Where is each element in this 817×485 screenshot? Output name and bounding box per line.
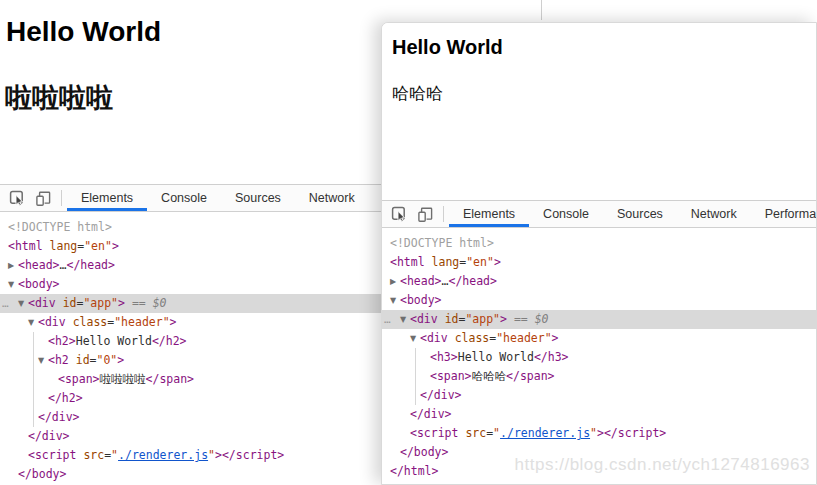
tree-row[interactable]: <script src="./renderer.js"></script> xyxy=(382,424,816,443)
tab-console[interactable]: Console xyxy=(147,185,221,211)
code-token: "header" xyxy=(496,331,551,345)
tab-sources[interactable]: Sources xyxy=(221,185,295,211)
code-token: <html xyxy=(390,255,425,269)
tree-row[interactable]: …▼<div id="app"> == $0 xyxy=(0,294,381,313)
tab-elements[interactable]: Elements xyxy=(67,185,147,211)
tab-network[interactable]: Network xyxy=(295,185,369,211)
expand-arrow-down-icon[interactable]: ▼ xyxy=(410,329,420,348)
code-token: </head> xyxy=(66,258,114,272)
code-token: </h2> xyxy=(48,391,83,405)
code-token: " xyxy=(590,426,597,440)
code-token: </div> xyxy=(410,407,452,421)
tree-row[interactable]: <span>哈哈哈</span> xyxy=(382,367,816,386)
expand-arrow-down-icon[interactable]: ▼ xyxy=(18,294,28,313)
tree-row[interactable]: <script src="./renderer.js"></script> xyxy=(0,446,381,465)
code-token: "app" xyxy=(83,296,118,310)
tree-row[interactable]: <html lang="en"> xyxy=(382,253,816,272)
code-token: "app" xyxy=(465,312,500,326)
inspect-element-button[interactable] xyxy=(4,185,30,211)
left-devtools-tabs: ElementsConsoleSourcesNetwork xyxy=(67,185,369,211)
tree-row[interactable]: ▼<h2 id="0"> xyxy=(0,351,381,370)
code-token: "header" xyxy=(114,315,169,329)
tab-console[interactable]: Console xyxy=(529,201,603,227)
right-devtools-panel: ElementsConsoleSourcesNetworkPerformance… xyxy=(382,200,816,484)
tree-row[interactable]: </div> xyxy=(0,427,381,446)
resource-link[interactable]: ./renderer.js xyxy=(500,426,590,440)
code-token: <div xyxy=(410,312,438,326)
tree-row[interactable]: ▼<div class="header"> xyxy=(0,313,381,332)
tree-row[interactable]: <html lang="en"> xyxy=(0,237,381,256)
code-token: lang xyxy=(425,255,460,269)
right-browser-window: Hello World 哈哈哈 ElementsCons xyxy=(381,22,817,485)
code-token: "en" xyxy=(84,239,112,253)
code-token: <div xyxy=(420,331,448,345)
overflow-ellipsis: … xyxy=(384,310,390,329)
code-token: " xyxy=(208,448,215,462)
tree-row[interactable]: <!DOCTYPE html> xyxy=(0,218,381,237)
inspect-icon xyxy=(9,190,26,207)
indent-guide-line xyxy=(415,348,416,405)
code-token: = xyxy=(90,353,97,367)
tree-row[interactable]: ▶<head>…</head> xyxy=(382,272,816,291)
code-token: "0" xyxy=(97,353,118,367)
code-token: == $0 xyxy=(507,312,549,326)
code-token: id xyxy=(438,312,459,326)
tab-elements[interactable]: Elements xyxy=(449,201,529,227)
expand-arrow-down-icon[interactable]: ▼ xyxy=(390,291,400,310)
code-token: <body> xyxy=(18,277,60,291)
expand-arrow-down-icon[interactable]: ▼ xyxy=(28,313,38,332)
inspect-element-button[interactable] xyxy=(386,201,412,227)
tab-sources[interactable]: Sources xyxy=(603,201,677,227)
tab-network[interactable]: Network xyxy=(677,201,751,227)
expand-arrow-right-icon[interactable]: ▶ xyxy=(390,272,400,291)
code-token: </h3> xyxy=(534,350,569,364)
tree-row[interactable]: <h2>Hello World</h2> xyxy=(0,332,381,351)
tree-row[interactable]: <!DOCTYPE html> xyxy=(382,234,816,253)
tab-performance[interactable]: Performance xyxy=(751,201,816,227)
tree-row[interactable]: <span>啦啦啦啦</span> xyxy=(0,370,381,389)
toolbar-separator xyxy=(61,190,62,206)
code-token: <!DOCTYPE html> xyxy=(390,236,494,250)
left-elements-tree: <!DOCTYPE html><html lang="en">▶<head>…<… xyxy=(0,212,381,484)
tree-row[interactable]: </div> xyxy=(382,386,816,405)
tree-row[interactable]: <h3>Hello World</h3> xyxy=(382,348,816,367)
expand-arrow-down-icon[interactable]: ▼ xyxy=(400,310,410,329)
page-title: Hello World xyxy=(392,36,503,59)
code-token: <div xyxy=(38,315,66,329)
tree-row[interactable]: ▼<body> xyxy=(0,275,381,294)
code-token: <head> xyxy=(400,274,442,288)
code-token: > xyxy=(552,331,559,345)
code-token: id xyxy=(56,296,77,310)
expand-arrow-down-icon[interactable]: ▼ xyxy=(8,275,18,294)
expand-arrow-down-icon[interactable]: ▼ xyxy=(38,351,48,370)
device-toolbar-button[interactable] xyxy=(412,201,438,227)
overflow-ellipsis: … xyxy=(2,294,8,313)
code-token: <h2> xyxy=(48,334,76,348)
code-token: > xyxy=(112,239,119,253)
code-token: <h2 xyxy=(48,353,69,367)
resource-link[interactable]: ./renderer.js xyxy=(118,448,208,462)
code-token: <h3> xyxy=(430,350,458,364)
tree-row[interactable]: </h2> xyxy=(0,389,381,408)
tree-row[interactable]: </div> xyxy=(0,408,381,427)
code-token: </body> xyxy=(18,467,66,481)
tree-row[interactable]: ▼<div class="header"> xyxy=(382,329,816,348)
expand-arrow-right-icon[interactable]: ▶ xyxy=(8,256,18,275)
tree-row[interactable]: </div> xyxy=(382,405,816,424)
code-token: </span> xyxy=(506,369,554,383)
code-token: > xyxy=(118,296,125,310)
code-token: </body> xyxy=(400,445,448,459)
code-token: > xyxy=(170,315,177,329)
right-elements-tree: <!DOCTYPE html><html lang="en">▶<head>…<… xyxy=(382,228,816,481)
tree-row[interactable]: ▶<head>…</head> xyxy=(0,256,381,275)
code-token: <span> xyxy=(430,369,472,383)
page-title: Hello World xyxy=(6,16,161,48)
tree-row[interactable]: ▼<body> xyxy=(382,291,816,310)
page-subtitle: 啦啦啦啦 xyxy=(5,80,113,116)
code-token: <body> xyxy=(400,293,442,307)
tree-row[interactable]: …▼<div id="app"> == $0 xyxy=(382,310,816,329)
device-toolbar-button[interactable] xyxy=(30,185,56,211)
code-token: "en" xyxy=(466,255,494,269)
tree-row[interactable]: </body> xyxy=(0,465,381,484)
code-token: src xyxy=(458,426,486,440)
